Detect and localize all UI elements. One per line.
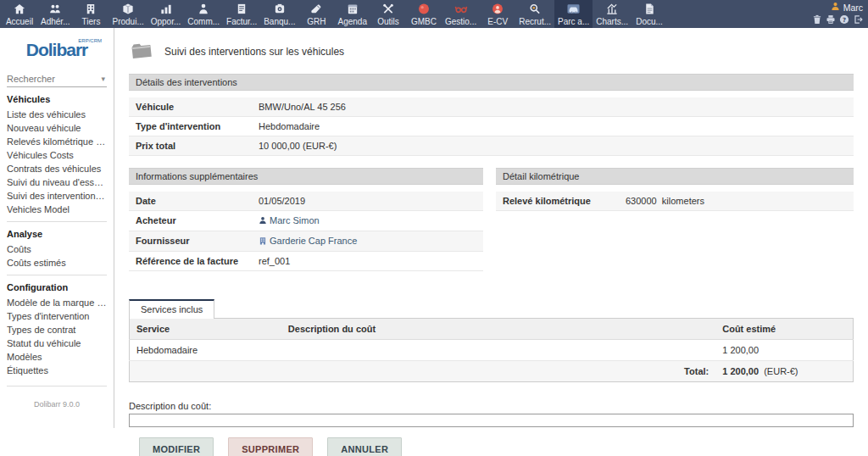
sidebar-item-suivi-interventions[interactable]: Suivi des interventions sur l... [7,189,107,203]
details-table: Véhicule BMW/Uno/AL 45 256 Type d'interv… [129,97,854,156]
billing-icon [235,3,248,15]
total-currency: (EUR-€) [764,366,798,376]
action-buttons: MODIFIER SUPPRIMER ANNULER [139,437,854,456]
date-value: 01/05/2019 [252,192,483,210]
nav-label: Oppor... [151,17,181,26]
nav-item-outils[interactable]: Outils [370,0,406,28]
members-icon [48,3,62,15]
sidebar-item-vehicules-costs[interactable]: Véhicules Costs [7,148,107,162]
nav-label: Agenda [337,17,366,26]
buyer-link[interactable]: Marc Simon [270,215,320,225]
nav-item-gmbc[interactable]: GMBC [406,0,442,28]
sidebar-item-contrats[interactable]: Contrats des véhicules [7,162,107,175]
folder-icon [131,42,153,62]
intervention-type-value: Hebdomadaire [252,117,854,136]
home-icon [13,3,26,15]
logo-superscript: ERP/CRM [78,38,102,43]
sidebar-item-releves-km[interactable]: Relevés kilométrique des v... [7,135,107,148]
search-input[interactable] [7,74,92,84]
sidebar-item-modeles[interactable]: Modèles [7,350,107,364]
sidebar-item-couts[interactable]: Coûts [7,242,107,256]
cost-description-label: Description du coût: [129,401,854,411]
nav-item-gestion[interactable]: Gestio... [442,0,480,28]
trash-icon[interactable] [812,14,822,25]
nav-label: Banqu... [264,17,295,26]
km-panel: Détail kilométrique Relevé kilométrique … [496,168,854,211]
nav-item-ecv[interactable]: E-CV [480,0,515,28]
extra-section-header: Informations supplémentaires [129,168,483,185]
cost-description-input[interactable] [129,414,854,427]
user-icon [831,2,840,13]
person-icon [259,216,267,226]
cancel-button[interactable]: ANNULER [327,437,402,456]
row-label: Prix total [129,136,252,155]
user-menu[interactable]: Marc [812,2,863,13]
nav-label: Outils [377,17,399,26]
sidebar-item-couts-estimes[interactable]: Coûts estimés [7,256,107,270]
sidebar-item-nouveau-vehicule[interactable]: Nouveau véhicule [7,121,107,135]
total-price-value: 10 000,00 (EUR-€) [252,136,854,155]
supplier-cell: Garderie Cap France [252,231,483,251]
hrm-icon [309,3,323,15]
nav-label: Gestio... [445,17,476,26]
column-header-service: Service [130,319,281,340]
glasses-icon [454,3,468,15]
table-row: Référence de la facture ref_001 [129,252,483,271]
sidebar-item-liste-vehicules[interactable]: Liste des véhicules [7,108,107,121]
table-row: Hebdomadaire 1 200,00 [130,340,854,361]
nav-item-charts[interactable]: Charts... [593,0,632,28]
nav-item-grh[interactable]: GRH [298,0,334,28]
vehicles-icon [566,3,581,15]
help-icon[interactable]: ? [839,14,849,25]
table-row: Véhicule BMW/Uno/AL 45 256 [129,97,854,117]
agenda-icon [346,3,359,15]
row-label: Acheteur [129,211,252,231]
km-unit: kilometers [662,196,704,206]
sidebar-item-suivi-essence[interactable]: Suivi du niveau d'essence [7,175,107,189]
supplier-link[interactable]: Garderie Cap France [270,236,357,246]
sidebar-item-etiquettes[interactable]: Étiquettes [7,364,107,377]
cost-description-zone: Description du coût: [129,401,854,427]
delete-button[interactable]: SUPPRIMER [228,437,313,456]
km-section-header: Détail kilométrique [496,168,854,185]
services-table: Service Description du coût Coût estimé … [129,318,854,382]
nav-item-commerce[interactable]: Comm... [184,0,223,28]
bank-icon [273,3,287,15]
nav-item-parc-automobile[interactable]: Parc a... [554,0,593,28]
sidebar-item-types-contrat[interactable]: Types de contrat [7,323,107,336]
row-label: Référence de la facture [129,252,252,270]
modify-button[interactable]: MODIFIER [139,437,214,456]
menu-section-analyse: Analyse Coûts Coûts estimés [7,221,107,275]
sidebar-search: ▾ [7,74,107,87]
total-label: Total: [281,361,715,382]
nav-item-adherents[interactable]: Adhér... [37,0,73,28]
table-row: Fournisseur Garderie Cap France [129,231,483,252]
total-cell: 1 200,00 (EUR-€) [715,361,853,382]
nav-item-banques[interactable]: Banqu... [260,0,298,28]
nav-item-agenda[interactable]: Agenda [334,0,370,28]
main-content: Suivi des interventions sur les véhicule… [114,28,868,456]
logout-icon[interactable] [853,14,863,25]
topnav-user-area: Marc ? [812,2,863,25]
tab-services-inclus[interactable]: Services inclus [129,299,214,319]
nav-item-tiers[interactable]: Tiers [73,0,108,28]
nav-item-documents[interactable]: Docu... [632,0,667,28]
nav-label: GMBC [411,17,437,26]
sidebar-item-types-intervention[interactable]: Types d'intervention [7,309,107,323]
nav-item-opportunites[interactable]: Oppor... [147,0,185,28]
nav-label: Accueil [6,17,33,26]
nav-label: Recrut... [519,17,551,26]
sidebar-item-vehicles-model[interactable]: Vehicles Model [7,203,107,216]
chevron-down-icon[interactable]: ▾ [101,75,105,83]
vehicle-value: BMW/Uno/AL 45 256 [252,97,854,116]
nav-label: Factur... [226,17,257,26]
nav-item-recrutement[interactable]: Recrut... [515,0,554,28]
details-section-header: Détails des interventions [129,74,854,91]
sidebar-item-modele-marque[interactable]: Modèle de la marque du vé... [7,296,107,309]
nav-item-facturation[interactable]: Factur... [223,0,260,28]
print-icon[interactable] [826,14,836,25]
nav-item-produits[interactable]: Produi... [108,0,147,28]
sidebar-item-statut-vehicule[interactable]: Statut du véhicule [7,336,107,350]
nav-item-accueil[interactable]: Accueil [2,0,37,28]
user-name: Marc [843,3,863,13]
